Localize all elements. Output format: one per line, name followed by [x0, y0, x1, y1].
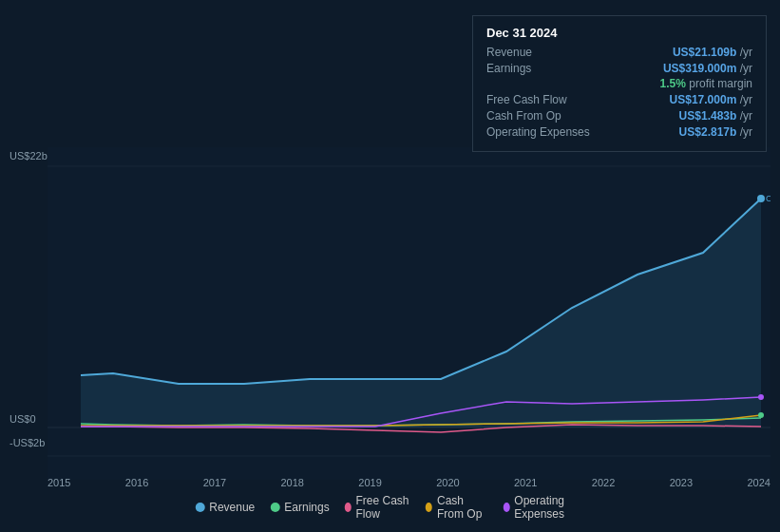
chart-legend: Revenue Earnings Free Cash Flow Cash Fro… — [195, 494, 585, 521]
legend-label-opex: Operating Expenses — [514, 494, 584, 521]
y-label-bottom: -US$2b — [10, 437, 45, 448]
legend-item-revenue: Revenue — [195, 501, 255, 514]
opex-endpoint — [758, 394, 764, 400]
tooltip-row-earnings: Earnings US$319.000m /yr — [486, 62, 752, 75]
revenue-endpoint — [757, 195, 765, 202]
legend-item-cashfromop: Cash From Op — [426, 494, 487, 521]
y-label-top: US$22b — [10, 150, 48, 162]
legend-dot-fcf — [345, 503, 352, 512]
x-label-2023: 2023 — [670, 477, 693, 488]
tooltip-value-earnings: US$319.000m /yr — [663, 62, 752, 75]
legend-dot-revenue — [195, 503, 204, 512]
earnings-endpoint — [758, 412, 764, 418]
tooltip-value-opex: US$2.817b /yr — [679, 125, 752, 139]
legend-dot-cashfromop — [426, 503, 432, 512]
chart-svg: C — [48, 147, 770, 480]
tooltip-profit-margin: 1.5% profit margin — [486, 77, 752, 90]
x-label-2017: 2017 — [203, 477, 226, 488]
legend-item-opex: Operating Expenses — [503, 494, 584, 521]
x-label-2015: 2015 — [48, 477, 70, 488]
tooltip-row-opex: Operating Expenses US$2.817b /yr — [486, 125, 752, 139]
x-label-2022: 2022 — [592, 477, 615, 488]
legend-item-earnings: Earnings — [270, 501, 329, 514]
x-label-2024: 2024 — [747, 477, 770, 488]
tooltip-row-cashfromop: Cash From Op US$1.483b /yr — [486, 109, 752, 123]
tooltip-value-cashfromop: US$1.483b /yr — [679, 109, 752, 123]
x-label-2021: 2021 — [514, 477, 537, 488]
legend-label-earnings: Earnings — [284, 501, 329, 514]
tooltip-row-fcf: Free Cash Flow US$17.000m /yr — [486, 93, 752, 106]
legend-dot-opex — [503, 503, 509, 512]
x-label-2016: 2016 — [125, 477, 148, 488]
revenue-end-label: C — [766, 194, 770, 203]
x-axis-labels: 2015 2016 2017 2018 2019 2020 2021 2022 … — [48, 477, 770, 488]
tooltip-value-revenue: US$21.109b /yr — [673, 46, 752, 59]
x-label-2018: 2018 — [280, 477, 303, 488]
tooltip-label-cashfromop: Cash From Op — [486, 109, 610, 123]
tooltip-label-fcf: Free Cash Flow — [486, 93, 610, 106]
tooltip-box: Dec 31 2024 Revenue US$21.109b /yr Earni… — [472, 15, 767, 152]
tooltip-date: Dec 31 2024 — [486, 26, 752, 40]
tooltip-row-revenue: Revenue US$21.109b /yr — [486, 46, 752, 59]
legend-label-cashfromop: Cash From Op — [437, 494, 488, 521]
tooltip-label-revenue: Revenue — [486, 46, 610, 59]
legend-label-revenue: Revenue — [209, 501, 255, 514]
x-label-2019: 2019 — [358, 477, 381, 488]
tooltip-label-opex: Operating Expenses — [486, 125, 610, 139]
y-label-middle: US$0 — [10, 413, 36, 425]
legend-item-fcf: Free Cash Flow — [345, 494, 411, 521]
tooltip-value-fcf: US$17.000m /yr — [670, 93, 752, 106]
legend-label-fcf: Free Cash Flow — [355, 494, 410, 521]
x-label-2020: 2020 — [436, 477, 459, 488]
legend-dot-earnings — [270, 503, 279, 512]
tooltip-label-earnings: Earnings — [486, 62, 610, 75]
